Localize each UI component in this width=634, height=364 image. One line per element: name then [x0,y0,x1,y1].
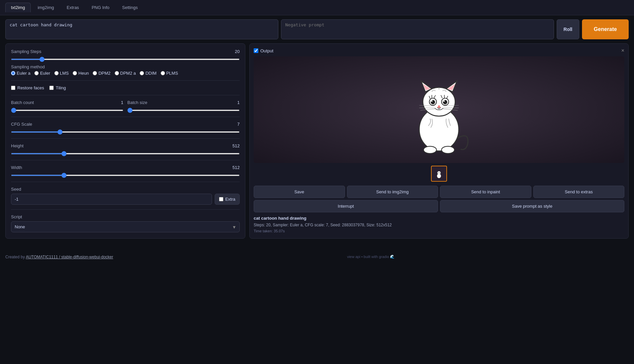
prompt-row: cat cartoon hand drawing Roll Generate [5,19,629,39]
content-row: Sampling Steps 20 Sampling method Euler … [5,43,629,239]
cfg-scale-label-row: CFG Scale 7 [11,122,240,127]
sampling-method-options: Euler a Euler LMS Heun DPM2 [11,71,240,76]
created-by-text: Created by [5,255,26,259]
send-inpaint-button[interactable]: Send to inpaint [440,186,531,198]
sampling-steps-slider[interactable] [11,59,240,60]
output-checkbox[interactable] [254,48,258,53]
tab-extras[interactable]: Extras [61,3,85,12]
left-panel: Sampling Steps 20 Sampling method Euler … [5,43,245,239]
tab-png-info[interactable]: PNG Info [86,3,115,12]
batch-count-slider[interactable] [11,110,123,111]
sampling-steps-section: Sampling Steps 20 Sampling method Euler … [11,49,240,81]
footer-link[interactable]: AUTOMATIC1111 / stable-diffusion-webui-d… [26,255,113,259]
sampling-steps-label: Sampling Steps [11,49,41,54]
dpm2-label: DPM2 [98,71,110,76]
batch-size-slider[interactable] [127,110,240,111]
tab-settings[interactable]: Settings [116,3,143,12]
batch-size-label-row: Batch size 1 [127,100,240,105]
height-label: Height [11,143,24,148]
image-display [254,56,624,163]
svg-point-23 [437,171,441,174]
positive-prompt-input[interactable]: cat cartoon hand drawing [5,19,278,39]
svg-point-19 [424,146,437,154]
restore-faces-label: Restore faces [17,85,44,90]
sampling-method-label: Sampling method [11,64,240,69]
ddim-label: DDIM [145,71,156,76]
width-label: Width [11,165,22,170]
image-params-text: Steps: 20, Sampler: Euler a, CFG scale: … [254,222,624,228]
radio-ddim[interactable]: DDIM [140,71,156,76]
image-prompt-text: cat cartoon hand drawing [254,215,624,222]
extra-checkbox[interactable] [219,197,223,201]
image-time-text: Time taken: 35.07s [254,228,624,234]
tiling-option[interactable]: Tiling [49,85,66,90]
radio-dpm2a[interactable]: DPM2 a [115,71,136,76]
script-section: Script None ▼ [11,214,240,232]
batch-count-col: Batch count 1 [11,100,123,112]
width-value: 512 [232,165,240,170]
width-label-row: Width 512 [11,165,240,170]
svg-point-20 [442,146,455,154]
generate-button[interactable]: Generate [582,19,629,39]
batch-size-col: Batch size 1 [127,100,240,112]
output-label-text: Output [260,48,273,53]
plms-label: PLMS [166,71,178,76]
output-header: Output × [254,48,624,54]
close-button[interactable]: × [621,48,624,54]
restore-faces-checkbox[interactable] [11,86,15,90]
heun-label: Heun [78,71,89,76]
tab-txt2img[interactable]: txt2img [5,3,31,12]
image-thumbnail[interactable] [431,166,447,182]
height-slider[interactable] [11,153,240,154]
height-value: 512 [232,143,240,148]
tabs-container: txt2img img2img Extras PNG Info Settings [5,3,143,12]
footer-credit: Created by AUTOMATIC1111 / stable-diffus… [5,255,113,259]
main-area: cat cartoon hand drawing Roll Generate S… [0,15,634,243]
svg-point-1 [423,87,455,116]
footer: Created by AUTOMATIC1111 / stable-diffus… [0,251,634,263]
roll-button[interactable]: Roll [557,19,579,39]
send-extras-button[interactable]: Send to extras [533,186,625,198]
tiling-checkbox[interactable] [49,86,54,90]
radio-lms[interactable]: LMS [54,71,69,76]
batch-two-col: Batch count 1 Batch size 1 [11,100,240,112]
batch-count-value: 1 [121,100,123,105]
sampling-steps-label-row: Sampling Steps 20 [11,49,240,54]
radio-euler-a[interactable]: Euler a [11,71,30,76]
cfg-scale-value: 7 [237,122,240,127]
restore-faces-option[interactable]: Restore faces [11,85,44,90]
cfg-scale-section: CFG Scale 7 [11,122,240,139]
cfg-scale-slider[interactable] [11,131,240,133]
save-style-button[interactable]: Save prompt as style [440,200,624,212]
checkboxes-row: Restore faces Tiling [11,85,240,90]
batch-count-label: Batch count [11,100,34,105]
radio-dpm2[interactable]: DPM2 [93,71,110,76]
batch-size-value: 1 [237,100,240,105]
seed-label: Seed [11,187,240,192]
interrupt-button[interactable]: Interrupt [254,200,438,212]
lms-label: LMS [60,71,69,76]
extra-checkbox-option[interactable]: Extra [215,194,240,205]
script-select-wrapper: None ▼ [11,221,240,232]
cat-cartoon-image [402,63,476,156]
width-slider[interactable] [11,175,240,176]
batch-size-label: Batch size [127,100,147,105]
svg-point-11 [443,100,445,102]
tab-img2img[interactable]: img2img [32,3,60,12]
cfg-scale-label: CFG Scale [11,122,32,127]
image-info: cat cartoon hand drawing Steps: 20, Samp… [254,215,624,234]
seed-input[interactable]: -1 [11,194,212,205]
script-select[interactable]: None [11,221,240,232]
batch-section: Batch count 1 Batch size 1 [11,100,240,117]
height-label-row: Height 512 [11,143,240,148]
save-button[interactable]: Save [254,186,345,198]
negative-prompt-input[interactable] [281,19,554,39]
radio-euler[interactable]: Euler [34,71,50,76]
radio-heun[interactable]: Heun [73,71,89,76]
send-img2img-button[interactable]: Send to img2img [347,186,438,198]
action-buttons-row1: Save Send to img2img Send to inpaint Sen… [254,186,624,198]
thumbnail-row [254,166,624,182]
radio-plms[interactable]: PLMS [161,71,178,76]
right-panel: Output × [249,43,629,239]
script-label: Script [11,214,240,219]
